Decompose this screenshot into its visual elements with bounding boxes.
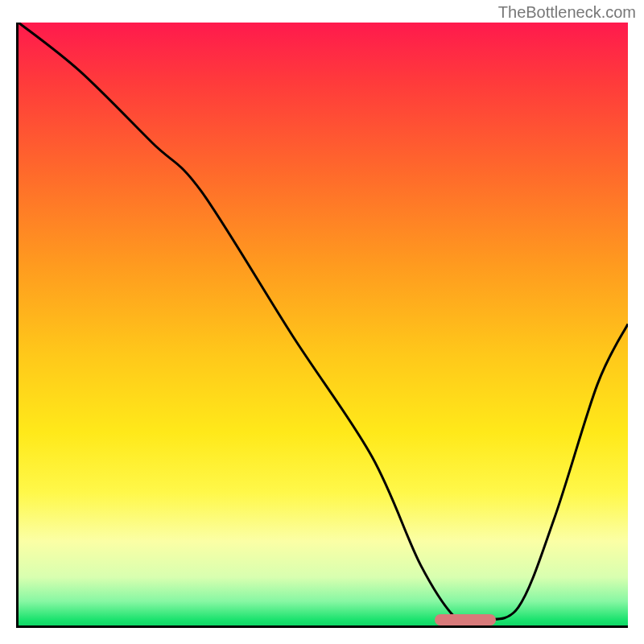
curve-line xyxy=(19,23,628,624)
plot-area xyxy=(16,23,628,628)
watermark-text: TheBottleneck.com xyxy=(498,3,636,22)
optimal-marker xyxy=(435,614,496,625)
chart-container: TheBottleneck.com xyxy=(0,0,644,644)
bottleneck-curve xyxy=(19,23,628,625)
